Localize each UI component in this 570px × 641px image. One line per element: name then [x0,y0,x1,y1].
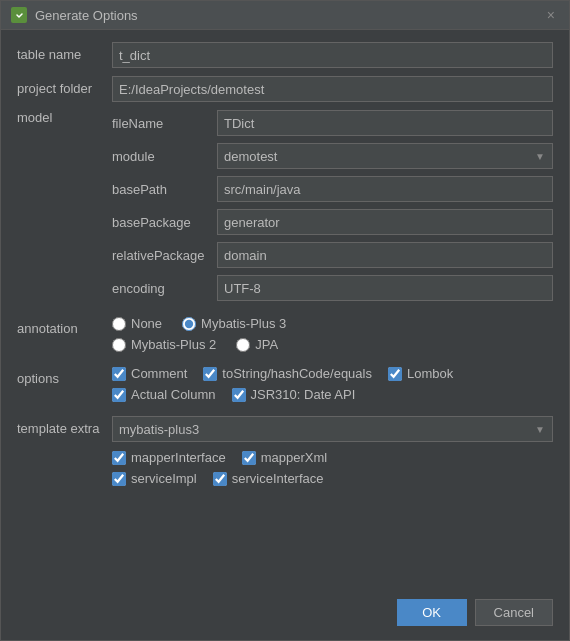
template-checkboxes-row-1: mapperInterface mapperXml [112,450,553,465]
option-lombok[interactable]: Lombok [388,366,453,381]
jsr310-checkbox[interactable] [232,388,246,402]
encoding-label: encoding [112,281,217,296]
template-checkboxes-row-2: serviceImpl serviceInterface [112,471,553,486]
basepath-row: basePath [112,176,553,202]
annotation-jpa-label: JPA [255,337,278,352]
option-comment[interactable]: Comment [112,366,187,381]
service-interface-label: serviceInterface [232,471,324,486]
module-select[interactable]: demotest [217,143,553,169]
annotation-mybatis-plus-2-label: Mybatis-Plus 2 [131,337,216,352]
annotation-mybatis-plus-2-radio[interactable] [112,338,126,352]
module-label: module [112,149,217,164]
template-section: mybatis-plus3 mapperInterface mapperXml [112,416,553,492]
generate-options-dialog: Generate Options × table name project fo… [0,0,570,641]
filename-row: fileName [112,110,553,136]
svg-point-0 [14,10,24,20]
annotation-none-radio[interactable] [112,317,126,331]
project-folder-row: project folder [17,76,553,102]
options-row: options Comment toString/hashCode/equals… [17,366,553,408]
mapper-xml-label: mapperXml [261,450,327,465]
service-impl-checkbox[interactable] [112,472,126,486]
template-service-impl[interactable]: serviceImpl [112,471,197,486]
project-folder-label: project folder [17,76,112,96]
model-row: model fileName module demotest [17,110,553,308]
basepackage-input[interactable] [217,209,553,235]
annotation-row: annotation None Mybatis-Plus 3 Mybat [17,316,553,358]
basepath-field [217,176,553,202]
template-mapper-xml[interactable]: mapperXml [242,450,327,465]
comment-checkbox[interactable] [112,367,126,381]
template-dropdown-wrapper: mybatis-plus3 [112,416,553,442]
model-section: fileName module demotest [112,110,553,308]
mapper-interface-checkbox[interactable] [112,451,126,465]
basepath-input[interactable] [217,176,553,202]
lombok-checkbox[interactable] [388,367,402,381]
dialog-footer: OK Cancel [1,589,569,640]
table-name-label: table name [17,42,112,62]
actual-column-label: Actual Column [131,387,216,402]
annotation-jpa-radio[interactable] [236,338,250,352]
close-button[interactable]: × [543,7,559,23]
table-name-input[interactable] [112,42,553,68]
cancel-button[interactable]: Cancel [475,599,553,626]
tostring-checkbox[interactable] [203,367,217,381]
annotation-mybatis-plus-3[interactable]: Mybatis-Plus 3 [182,316,286,331]
project-folder-field [112,76,553,102]
annotation-mybatis-plus-3-label: Mybatis-Plus 3 [201,316,286,331]
encoding-input[interactable] [217,275,553,301]
tostring-label: toString/hashCode/equals [222,366,372,381]
service-impl-label: serviceImpl [131,471,197,486]
options-label: options [17,366,112,386]
template-service-interface[interactable]: serviceInterface [213,471,324,486]
relativepackage-label: relativePackage [112,248,217,263]
template-extra-row: template extra mybatis-plus3 mapperInter… [17,416,553,492]
annotation-jpa[interactable]: JPA [236,337,278,352]
mapper-xml-checkbox[interactable] [242,451,256,465]
jsr310-label: JSR310: Date API [251,387,356,402]
encoding-row: encoding [112,275,553,301]
annotation-row-2: Mybatis-Plus 2 JPA [112,337,553,352]
options-section: Comment toString/hashCode/equals Lombok … [112,366,553,408]
actual-column-checkbox[interactable] [112,388,126,402]
ok-button[interactable]: OK [397,599,467,626]
option-actual-column[interactable]: Actual Column [112,387,216,402]
encoding-field [217,275,553,301]
option-jsr310[interactable]: JSR310: Date API [232,387,356,402]
filename-field [217,110,553,136]
basepackage-field [217,209,553,235]
relativepackage-field [217,242,553,268]
annotation-row-1: None Mybatis-Plus 3 [112,316,553,331]
dialog-icon [11,7,27,23]
option-tostring[interactable]: toString/hashCode/equals [203,366,372,381]
relativepackage-row: relativePackage [112,242,553,268]
options-row-1: Comment toString/hashCode/equals Lombok [112,366,553,381]
template-select-wrapper: mybatis-plus3 [112,416,553,442]
annotation-none-label: None [131,316,162,331]
filename-input[interactable] [217,110,553,136]
annotation-section: None Mybatis-Plus 3 Mybatis-Plus 2 JPA [112,316,553,358]
module-row: module demotest [112,143,553,169]
template-mapper-interface[interactable]: mapperInterface [112,450,226,465]
comment-label: Comment [131,366,187,381]
table-name-field [112,42,553,68]
basepackage-row: basePackage [112,209,553,235]
template-extra-label: template extra [17,416,112,436]
options-row-2: Actual Column JSR310: Date API [112,387,553,402]
annotation-mybatis-plus-2[interactable]: Mybatis-Plus 2 [112,337,216,352]
project-folder-input[interactable] [112,76,553,102]
relativepackage-input[interactable] [217,242,553,268]
dialog-title: Generate Options [35,8,543,23]
model-label: model [17,110,112,125]
annotation-mybatis-plus-3-radio[interactable] [182,317,196,331]
basepackage-label: basePackage [112,215,217,230]
template-select[interactable]: mybatis-plus3 [112,416,553,442]
mapper-interface-label: mapperInterface [131,450,226,465]
annotation-none[interactable]: None [112,316,162,331]
title-bar: Generate Options × [1,1,569,30]
lombok-label: Lombok [407,366,453,381]
table-name-row: table name [17,42,553,68]
dialog-body: table name project folder model fileName [1,30,569,589]
basepath-label: basePath [112,182,217,197]
service-interface-checkbox[interactable] [213,472,227,486]
annotation-label: annotation [17,316,112,336]
